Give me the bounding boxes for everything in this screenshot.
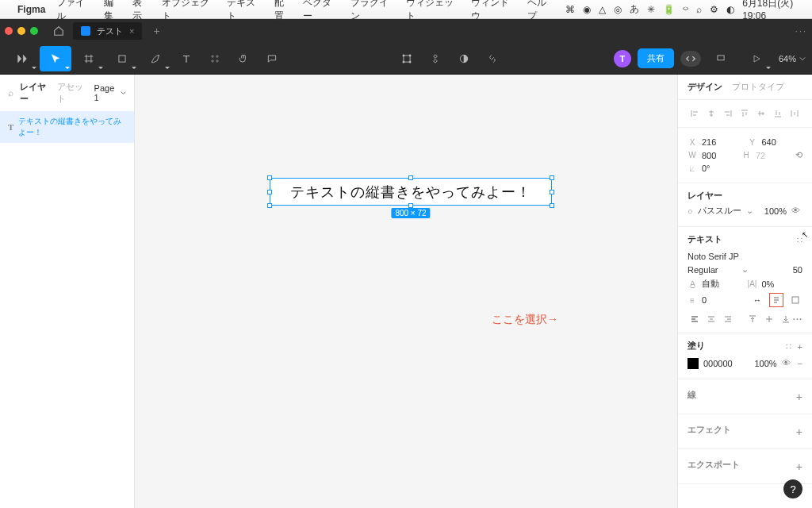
fill-visibility-icon[interactable]: 👁 <box>782 358 793 369</box>
y-value[interactable]: 640 <box>762 137 803 147</box>
resize-handle[interactable] <box>267 190 272 194</box>
add-stroke-icon[interactable]: + <box>796 391 802 403</box>
line-height[interactable]: 自動 <box>702 278 743 290</box>
text-more-options[interactable]: ··· <box>793 314 802 324</box>
menu-vector[interactable]: ベクター <box>303 0 339 23</box>
auto-height-icon[interactable] <box>769 293 783 307</box>
prototype-tab[interactable]: プロトタイプ <box>732 81 784 93</box>
add-effect-icon[interactable]: + <box>796 425 802 438</box>
align-bottom-icon[interactable] <box>771 106 785 121</box>
add-fill-icon[interactable]: + <box>798 342 802 352</box>
font-weight[interactable]: Regular <box>688 265 737 275</box>
remove-fill-icon[interactable]: − <box>798 359 802 368</box>
component-tool[interactable] <box>422 46 449 71</box>
shape-tool[interactable] <box>106 46 138 71</box>
comment-tool[interactable] <box>259 46 285 71</box>
resize-handle[interactable] <box>267 203 272 208</box>
overflow-menu-button[interactable]: ··· <box>795 26 807 36</box>
search-icon[interactable]: ⌕ <box>8 87 13 98</box>
window-controls[interactable] <box>5 27 38 35</box>
styles-icon[interactable]: ∷ <box>786 342 791 352</box>
canvas[interactable]: テキストの縦書きをやってみよー！ 800 × 72 ここを選択→ <box>135 75 677 508</box>
help-button[interactable]: ? <box>783 479 802 498</box>
menu-help[interactable]: ヘルプ <box>527 0 554 23</box>
zoom-control[interactable]: 64% <box>779 54 806 64</box>
search-icon[interactable]: ⌕ <box>696 4 702 15</box>
clock[interactable]: 6月18日(火) 19:06 <box>742 0 806 21</box>
bluetooth-icon[interactable]: ✳︎ <box>647 4 655 15</box>
status-triangle-icon[interactable]: △ <box>599 4 606 15</box>
selected-text-object[interactable]: テキストの縦書きをやってみよー！ 800 × 72 <box>270 178 552 206</box>
status-figma-icon[interactable]: ⌘ <box>565 4 575 15</box>
text-align-center-icon[interactable] <box>704 312 718 326</box>
status-circle-icon[interactable]: ◎ <box>614 4 622 15</box>
battery-icon[interactable]: 🔋 <box>663 4 675 15</box>
home-button[interactable] <box>48 22 70 40</box>
distribute-icon[interactable] <box>787 106 802 121</box>
fixed-size-icon[interactable] <box>788 293 802 307</box>
layers-tab[interactable]: レイヤー <box>20 81 51 105</box>
w-value[interactable]: 800 <box>702 151 737 160</box>
maximize-window-icon[interactable] <box>30 27 38 35</box>
app-menu[interactable]: Figma <box>17 4 45 15</box>
text-align-top-icon[interactable] <box>745 312 760 326</box>
present-overview-button[interactable] <box>707 46 734 71</box>
menu-file[interactable]: ファイル <box>56 0 92 23</box>
align-right-icon[interactable] <box>721 106 735 121</box>
menu-edit[interactable]: 編集 <box>104 0 122 23</box>
menu-widget[interactable]: ウィジェット <box>406 0 460 23</box>
align-left-icon[interactable] <box>688 106 702 121</box>
pen-tool[interactable] <box>140 46 171 71</box>
resources-tool[interactable] <box>201 46 228 71</box>
fill-hex[interactable]: 000000 <box>703 359 733 368</box>
assets-tab[interactable]: アセット <box>57 81 88 105</box>
wifi-icon[interactable]: ⌔ <box>683 4 688 15</box>
link-tool[interactable] <box>479 46 506 71</box>
dev-mode-toggle[interactable] <box>680 51 701 67</box>
page-selector[interactable]: Page 1 <box>94 83 126 102</box>
text-align-left-icon[interactable] <box>688 312 702 326</box>
paragraph-spacing[interactable]: 0 <box>702 295 745 305</box>
hand-tool[interactable] <box>230 46 257 71</box>
design-tab[interactable]: デザイン <box>688 81 722 93</box>
text-align-middle-icon[interactable] <box>762 312 776 326</box>
status-line-icon[interactable]: ◉ <box>583 4 591 15</box>
add-export-icon[interactable]: + <box>796 460 802 473</box>
resize-handle[interactable] <box>550 175 554 180</box>
mask-tool[interactable] <box>450 46 477 71</box>
document-tab[interactable]: テスト × <box>73 22 142 40</box>
resize-handle[interactable] <box>408 175 413 180</box>
resize-handle[interactable] <box>267 175 272 180</box>
ime-indicator[interactable]: あ <box>630 2 639 16</box>
menu-text[interactable]: テキスト <box>227 0 262 23</box>
siri-icon[interactable]: ◐ <box>726 4 734 15</box>
share-button[interactable]: 共有 <box>638 48 674 68</box>
menu-view[interactable]: 表示 <box>132 0 151 23</box>
align-vcenter-icon[interactable] <box>754 106 768 121</box>
menu-plugins[interactable]: プラグイン <box>350 0 396 23</box>
auto-width-icon[interactable]: ↔ <box>750 293 764 307</box>
menu-arrange[interactable]: 配置 <box>274 0 293 23</box>
font-family[interactable]: Noto Serif JP <box>688 252 739 261</box>
blend-mode[interactable]: パススルー <box>698 205 741 217</box>
fill-opacity[interactable]: 100% <box>754 359 776 368</box>
text-align-right-icon[interactable] <box>721 312 735 326</box>
resize-handle[interactable] <box>550 190 554 194</box>
fill-swatch[interactable] <box>688 358 699 369</box>
x-value[interactable]: 216 <box>702 137 743 147</box>
constrain-icon[interactable]: ⟲ <box>795 150 802 160</box>
menu-object[interactable]: オブジェクト <box>162 0 216 23</box>
user-avatar[interactable]: T <box>614 50 631 67</box>
layer-opacity[interactable]: 100% <box>764 206 787 216</box>
h-value[interactable]: 72 <box>756 151 791 160</box>
layer-item-selected[interactable]: T テキストの縦書きをやってみよー！ <box>0 111 134 143</box>
close-window-icon[interactable] <box>5 27 13 35</box>
align-hcenter-icon[interactable] <box>704 106 718 121</box>
frame-tool[interactable] <box>73 46 105 71</box>
move-tool[interactable] <box>40 46 71 71</box>
main-menu-button[interactable] <box>6 46 38 71</box>
edit-object-tool[interactable] <box>393 46 420 71</box>
rotation-value[interactable]: 0° <box>702 164 710 173</box>
menu-window[interactable]: ウィンドウ <box>471 0 516 23</box>
tab-close-icon[interactable]: × <box>129 26 134 36</box>
